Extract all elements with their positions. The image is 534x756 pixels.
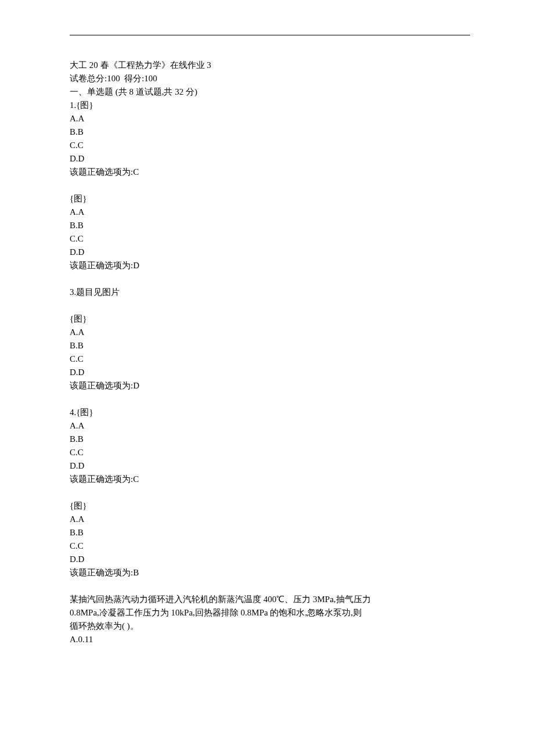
question-stem-text: {图} — [70, 501, 86, 510]
option-d: D.D — [70, 459, 470, 473]
top-divider — [70, 35, 470, 35]
question-stem-text: {图} — [76, 408, 93, 417]
question-prefix: 3. — [70, 287, 76, 297]
option-a: A.A — [70, 206, 470, 219]
essay-line-2: 0.8MPa,冷凝器工作压力为 10kPa,回热器排除 0.8MPa 的饱和水,… — [70, 606, 470, 620]
answer-line: 该题正确选项为:D — [70, 259, 470, 272]
course-title: 大工 20 春《工程热力学》在线作业 3 — [70, 59, 470, 72]
question-stem: 3.题目见图片 — [70, 286, 470, 299]
option-c: C.C — [70, 539, 470, 553]
essay-line-3: 循环热效率为( )。 — [70, 620, 470, 633]
blank-line — [70, 486, 470, 499]
option-b: B.B — [70, 125, 470, 139]
answer-line: 该题正确选项为:C — [70, 473, 470, 486]
option-a: A.A — [70, 419, 470, 433]
question-stem-text: {图} — [76, 100, 93, 110]
option-d: D.D — [70, 366, 470, 379]
option-d: D.D — [70, 152, 470, 165]
option-b: B.B — [70, 339, 470, 352]
option-a: A.A — [70, 513, 470, 526]
answer-label: 该题正确选项为: — [70, 568, 133, 577]
essay-line-1: 某抽汽回热蒸汽动力循环进入汽轮机的新蒸汽温度 400℃、压力 3MPa,抽气压力 — [70, 593, 470, 606]
option-b: B.B — [70, 433, 470, 446]
score-line: 试卷总分:100 得分:100 — [70, 72, 470, 85]
answer-value: C — [133, 474, 139, 484]
blank-line — [70, 272, 470, 286]
blank-line — [70, 299, 470, 312]
answer-line: 该题正确选项为:B — [70, 566, 470, 579]
answer-label: 该题正确选项为: — [70, 261, 133, 270]
option-d: D.D — [70, 553, 470, 566]
question-prefix: 1. — [70, 100, 76, 110]
option-a: A.A — [70, 326, 470, 339]
section-title: 一、单选题 (共 8 道试题,共 32 分) — [70, 85, 470, 99]
question-prefix: 4. — [70, 408, 76, 417]
option-b: B.B — [70, 219, 470, 232]
question-stem-text: 题目见图片 — [76, 287, 120, 297]
option-b: B.B — [70, 526, 470, 539]
answer-label: 该题正确选项为: — [70, 167, 133, 177]
answer-line: 该题正确选项为:C — [70, 165, 470, 179]
answer-value: B — [133, 568, 139, 577]
blank-line — [70, 579, 470, 593]
option-c: C.C — [70, 446, 470, 459]
question-stem: 1.{图} — [70, 99, 470, 112]
answer-value: C — [133, 167, 139, 177]
answer-line: 该题正确选项为:D — [70, 379, 470, 393]
blank-line — [70, 179, 470, 192]
answer-value: D — [133, 261, 139, 270]
question-stem-text: {图} — [70, 194, 86, 203]
essay-option-a: A.0.11 — [70, 633, 470, 646]
question-stem: {图} — [70, 499, 470, 513]
question-extra: {图} — [70, 312, 470, 326]
option-a: A.A — [70, 112, 470, 125]
option-c: C.C — [70, 232, 470, 246]
answer-label: 该题正确选项为: — [70, 381, 133, 390]
answer-label: 该题正确选项为: — [70, 474, 133, 484]
answer-value: D — [133, 381, 139, 390]
question-stem: {图} — [70, 192, 470, 206]
option-c: C.C — [70, 139, 470, 152]
blank-line — [70, 393, 470, 406]
document-page: 大工 20 春《工程热力学》在线作业 3 试卷总分:100 得分:100 一、单… — [0, 0, 534, 681]
question-stem: 4.{图} — [70, 406, 470, 419]
option-d: D.D — [70, 246, 470, 259]
option-c: C.C — [70, 352, 470, 366]
